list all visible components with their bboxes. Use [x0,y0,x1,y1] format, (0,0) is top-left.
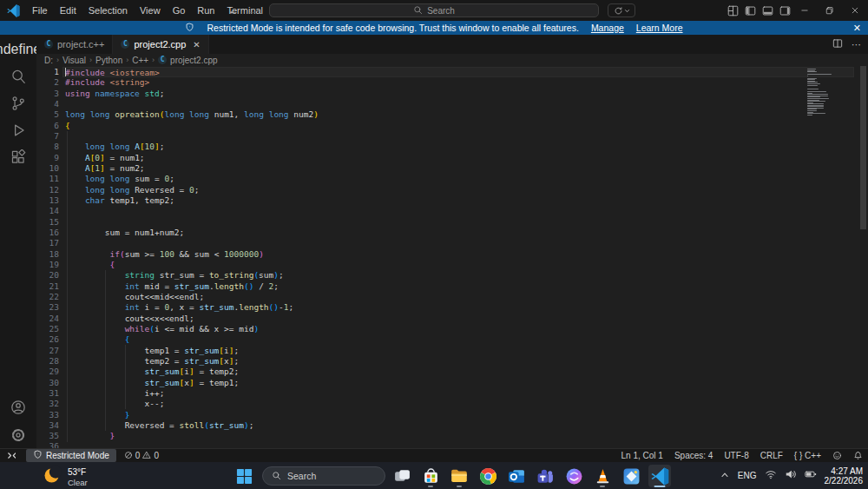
tab-label: project2.cpp [134,39,186,50]
start-button[interactable] [234,466,253,486]
status-utf-8[interactable]: UTF-8 [724,451,748,460]
menu-edit[interactable]: Edit [54,5,82,16]
code-text: { [65,334,129,345]
code-token: ) [313,109,319,119]
banner-close-icon[interactable]: ✕ [853,23,861,34]
minimap-line [807,101,825,102]
taskbar-app-copilot[interactable] [562,465,585,487]
code-token: ; [169,174,174,183]
menu-view[interactable]: View [134,5,167,16]
line-number: 25 [36,324,59,334]
split-editor-icon[interactable] [832,36,843,52]
minimize-icon[interactable] [792,0,817,21]
status-spaces-4[interactable]: Spaces: 4 [674,451,713,460]
tray-chevron-icon[interactable] [720,468,730,484]
taskbar-app-photos[interactable] [620,465,642,487]
code-token: #include [65,68,105,77]
taskbar-app-task-view[interactable] [391,465,413,487]
toggle-primary-sidebar-icon[interactable] [745,5,756,17]
code-token: long [110,174,130,183]
cpp-file-icon: C [44,40,53,49]
learn-more-link[interactable]: Learn More [636,23,683,33]
wifi-icon[interactable] [765,468,777,484]
status-ln-1-col-1[interactable]: Ln 1, Col 1 [621,451,663,460]
code-line: 26 { [36,334,868,345]
toggle-panel-icon[interactable] [762,5,773,17]
tab-project.c++[interactable]: Cproject.c++ [36,35,113,54]
manage-link[interactable]: Manage [591,23,624,33]
taskbar-app-vscode[interactable] [648,465,671,487]
tab-project2.cpp[interactable]: Cproject2.cpp✕ [113,35,208,54]
breadcrumb-item[interactable]: Python [95,56,122,65]
problems-indicator[interactable]: 0 0 [124,451,159,461]
code-text: } [65,431,115,441]
code-token: sum >= [125,249,160,259]
tab-close-icon[interactable]: ✕ [193,40,200,50]
remote-indicator-icon[interactable] [0,449,21,462]
code-token: i = [140,302,165,312]
search-icon[interactable] [0,64,36,89]
code-token [65,260,109,269]
menu-selection[interactable]: Selection [82,5,134,16]
taskbar-app-store[interactable] [419,465,442,487]
restore-icon[interactable] [817,0,842,21]
language-indicator[interactable]: ENG [738,471,757,480]
code-token: temp1 = [65,346,184,355]
more-actions-icon[interactable]: ⋯ [852,39,861,50]
code-token: num1, [209,109,244,119]
code-token: = temp2; [194,367,239,376]
restricted-mode-badge[interactable]: Restricted Mode [26,449,116,462]
battery-icon[interactable] [805,468,817,484]
taskbar-app-outlook[interactable] [505,465,528,487]
line-number: 27 [36,346,59,356]
breadcrumb-item[interactable]: D: [44,56,53,65]
code-token [65,195,85,205]
running-indicator [457,486,462,487]
taskbar-app-teams[interactable] [534,465,556,487]
extensions-icon[interactable] [0,145,36,169]
code-token: } [109,431,115,440]
code-token [65,142,85,151]
search-label: Search [427,6,455,16]
breadcrumb-item[interactable]: C++ [132,56,148,65]
bell-icon[interactable] [853,451,863,460]
taskbar-app-explorer[interactable] [448,465,470,487]
status-crlf[interactable]: CRLF [760,451,783,460]
breadcrumb-item[interactable]: Visual [62,56,86,65]
run-debug-icon[interactable] [0,118,36,142]
status--c-[interactable]: { } C++ [794,451,821,460]
volume-icon[interactable] [785,468,797,484]
account-icon[interactable] [0,395,36,420]
customize-layout-icon[interactable] [727,5,739,17]
line-number: 9 [36,153,59,163]
code-text: Reversed = stoll(str_sum); [65,420,253,431]
feedback-icon[interactable] [832,451,842,460]
explorer-icon[interactable]: undefined [0,37,36,62]
code-token: long [65,109,85,119]
sync-dropdown-button[interactable] [608,3,635,17]
command-center-search[interactable]: Search [269,3,599,17]
settings-icon[interactable] [0,423,36,447]
line-number: 11 [36,174,59,184]
menu-file[interactable]: File [26,5,54,16]
code-token [65,324,125,334]
close-icon[interactable] [843,0,868,21]
editor-scrollbar[interactable] [860,66,866,229]
source-control-icon[interactable] [0,91,36,116]
menu-go[interactable]: Go [167,5,192,16]
toggle-secondary-sidebar-icon[interactable] [779,5,791,17]
breadcrumb-item[interactable]: project2.cpp [170,56,217,65]
code-line: 35 } [36,431,868,441]
code-editor[interactable]: 1#include <iostream>2#include <string>3u… [36,66,868,448]
code-line: 34 Reversed = stoll(str_sum); [36,420,868,431]
weather-widget[interactable]: 53°F Clear [42,465,88,489]
minimap[interactable] [807,69,838,117]
taskbar-search[interactable]: Search [262,466,385,486]
clock[interactable]: 4:27 AM 2/22/2026 [825,466,864,486]
taskbar-app-vlc[interactable] [591,465,614,487]
taskbar-app-chrome[interactable] [477,465,499,487]
menu-run[interactable]: Run [191,5,220,16]
code-token: Reversed = [129,185,189,195]
back-icon[interactable]: ← [228,4,239,17]
forward-icon[interactable]: → [247,4,258,17]
